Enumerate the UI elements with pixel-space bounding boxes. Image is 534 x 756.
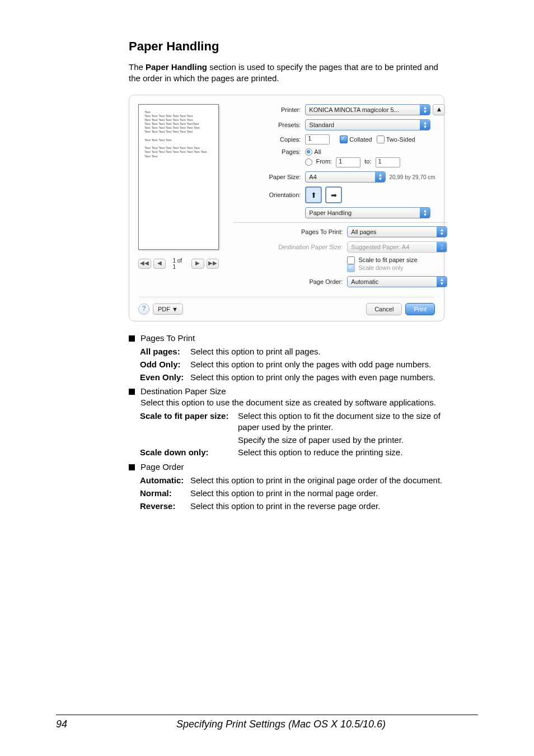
section-select[interactable]: Paper Handling▲▼ <box>305 207 430 218</box>
twosided-label: Two-Sided <box>386 136 415 143</box>
pages-from-label: From: <box>316 158 332 165</box>
bullet-icon <box>129 389 135 395</box>
term-even-only: Even Only: <box>140 372 190 383</box>
footer-title: Specifying Print Settings (Mac OS X 10.5… <box>67 718 478 730</box>
desc-scale-down: Select this option to reduce the printin… <box>238 447 444 458</box>
orientation-landscape[interactable]: ➡ <box>325 186 342 203</box>
term-reverse: Reverse: <box>140 501 190 512</box>
pages-to-label: to: <box>364 158 371 165</box>
printer-status-button[interactable]: ▲ <box>433 104 445 115</box>
pages-all-label: All <box>314 148 321 155</box>
nav-last-button[interactable]: ▶▶ <box>207 259 219 269</box>
desc-specify: Specify the size of paper used by the pr… <box>238 435 444 446</box>
dest-paper-size-text: Select this option to use the document s… <box>140 397 436 408</box>
nav-next-button[interactable]: ▶ <box>191 259 204 269</box>
presets-select[interactable]: Standard▲▼ <box>305 119 430 130</box>
term-odd-only: Odd Only: <box>140 359 190 370</box>
pdf-button[interactable]: PDF ▼ <box>153 304 183 315</box>
bullet-dest-paper-size: Destination Paper Size <box>140 386 436 397</box>
pages-to-print-label: Pages To Print: <box>233 228 347 235</box>
pages-from-radio[interactable] <box>305 158 312 166</box>
bullet-page-order: Page Order <box>140 461 184 473</box>
term-scale-down: Scale down only: <box>140 447 238 458</box>
copies-input[interactable]: 1 <box>305 134 330 144</box>
dest-paper-size-label: Destination Paper Size: <box>233 244 347 250</box>
term-normal: Normal: <box>140 488 190 499</box>
nav-first-button[interactable]: ◀◀ <box>138 259 151 269</box>
scale-down-checkbox <box>347 264 355 272</box>
pages-label: Pages: <box>233 148 305 155</box>
paper-size-label: Paper Size: <box>233 174 305 180</box>
nav-page-label: 1 of 1 <box>172 258 185 270</box>
pages-all-radio[interactable] <box>305 148 312 156</box>
twosided-checkbox[interactable] <box>377 136 385 143</box>
paper-size-select[interactable]: A4▲▼ <box>305 171 386 183</box>
print-preview: TestTest Test Test Test Test Test TestTe… <box>138 104 219 250</box>
person-icon: ⬆ <box>311 191 317 199</box>
desc-automatic: Select this option to print in the origi… <box>190 475 444 486</box>
page-order-select[interactable]: Automatic▲▼ <box>347 276 447 287</box>
term-automatic: Automatic: <box>140 475 190 486</box>
scale-fit-checkbox[interactable] <box>347 256 355 264</box>
bullet-icon <box>129 464 135 470</box>
collated-label: Collated <box>349 136 372 143</box>
desc-normal: Select this option to print in the norma… <box>190 488 444 499</box>
desc-all-pages: Select this option to print all pages. <box>190 346 444 357</box>
desc-odd-only: Select this option to print only the pag… <box>190 359 444 370</box>
intro-paragraph: The Paper Handling section is used to sp… <box>129 62 444 85</box>
scale-down-label: Scale down only <box>358 264 403 271</box>
bullet-icon <box>129 335 135 342</box>
printer-label: Printer: <box>233 106 305 113</box>
presets-label: Presets: <box>233 122 305 128</box>
bullet-pages-to-print: Pages To Print <box>140 333 195 344</box>
desc-reverse: Select this option to print in the rever… <box>190 501 444 512</box>
preview-content: TestTest Test Test Test Test Test TestTe… <box>144 110 213 158</box>
print-button[interactable]: Print <box>405 303 435 315</box>
page-order-label: Page Order: <box>233 278 347 285</box>
help-button[interactable]: ? <box>138 304 149 315</box>
cancel-button[interactable]: Cancel <box>366 303 402 315</box>
desc-even-only: Select this option to print only the pag… <box>190 372 444 383</box>
pages-to-input[interactable]: 1 <box>376 157 400 167</box>
pages-to-print-select[interactable]: All pages▲▼ <box>347 226 447 237</box>
scale-fit-label: Scale to fit paper size <box>358 256 417 263</box>
nav-prev-button[interactable]: ◀ <box>153 259 166 269</box>
term-scale-fit: Scale to fit paper size: <box>140 410 238 433</box>
orientation-portrait[interactable]: ⬆ <box>305 186 322 203</box>
collated-checkbox[interactable] <box>340 136 348 143</box>
term-all-pages: All pages: <box>140 346 190 357</box>
paper-size-note: 20,99 by 29,70 cm <box>389 174 435 180</box>
section-heading: Paper Handling <box>129 39 478 54</box>
print-dialog: TestTest Test Test Test Test Test TestTe… <box>129 95 444 322</box>
desc-scale-fit: Select this option to fit the document s… <box>238 410 444 433</box>
dest-paper-size-select[interactable]: Suggested Paper: A4▲▼ <box>347 241 447 253</box>
person-icon: ➡ <box>331 191 337 199</box>
orientation-label: Orientation: <box>233 192 305 198</box>
page-number: 94 <box>56 718 67 730</box>
copies-label: Copies: <box>233 136 305 143</box>
pages-from-input[interactable]: 1 <box>336 157 360 167</box>
printer-select[interactable]: KONICA MINOLTA magicolor 5...▲▼ <box>305 104 430 115</box>
